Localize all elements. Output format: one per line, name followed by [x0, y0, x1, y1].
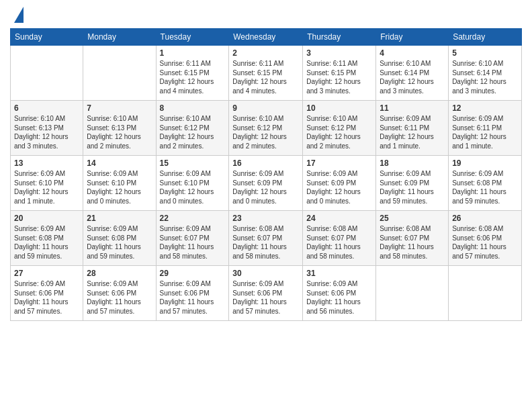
day-info: Sunrise: 6:09 AM Sunset: 6:10 PM Dayligh… [160, 169, 226, 205]
calendar-cell: 31Sunrise: 6:09 AM Sunset: 6:06 PM Dayli… [303, 266, 376, 321]
day-number: 11 [380, 103, 445, 113]
calendar-cell: 22Sunrise: 6:09 AM Sunset: 6:07 PM Dayli… [156, 211, 229, 266]
calendar-cell: 1Sunrise: 6:11 AM Sunset: 6:15 PM Daylig… [156, 46, 229, 101]
weekday-header-saturday: Saturday [449, 29, 522, 46]
day-info: Sunrise: 6:10 AM Sunset: 6:12 PM Dayligh… [306, 114, 372, 150]
calendar-cell: 16Sunrise: 6:09 AM Sunset: 6:09 PM Dayli… [229, 156, 303, 211]
day-info: Sunrise: 6:09 AM Sunset: 6:08 PM Dayligh… [87, 224, 152, 261]
day-number: 12 [452, 103, 518, 113]
calendar-cell: 30Sunrise: 6:09 AM Sunset: 6:06 PM Dayli… [229, 266, 303, 321]
day-info: Sunrise: 6:10 AM Sunset: 6:12 PM Dayligh… [160, 114, 226, 150]
day-info: Sunrise: 6:10 AM Sunset: 6:13 PM Dayligh… [87, 114, 152, 150]
calendar-cell: 7Sunrise: 6:10 AM Sunset: 6:13 PM Daylig… [83, 101, 156, 156]
day-number: 6 [14, 103, 79, 113]
day-info: Sunrise: 6:10 AM Sunset: 6:12 PM Dayligh… [232, 114, 299, 150]
weekday-header-thursday: Thursday [303, 29, 376, 46]
week-row-1: 1Sunrise: 6:11 AM Sunset: 6:15 PM Daylig… [11, 46, 522, 101]
day-info: Sunrise: 6:10 AM Sunset: 6:13 PM Dayligh… [14, 114, 79, 150]
day-number: 30 [232, 269, 299, 278]
day-info: Sunrise: 6:09 AM Sunset: 6:09 PM Dayligh… [232, 169, 299, 205]
calendar-cell: 28Sunrise: 6:09 AM Sunset: 6:06 PM Dayli… [83, 266, 156, 321]
weekday-header-monday: Monday [83, 29, 156, 46]
weekday-header-wednesday: Wednesday [229, 29, 303, 46]
day-info: Sunrise: 6:09 AM Sunset: 6:09 PM Dayligh… [380, 169, 445, 205]
page: SundayMondayTuesdayWednesdayThursdayFrid… [0, 0, 532, 411]
day-number: 1 [160, 48, 226, 58]
day-number: 8 [160, 103, 226, 113]
calendar-cell [449, 266, 522, 321]
calendar-cell: 11Sunrise: 6:09 AM Sunset: 6:11 PM Dayli… [376, 101, 449, 156]
calendar-cell: 29Sunrise: 6:09 AM Sunset: 6:06 PM Dayli… [156, 266, 229, 321]
week-row-3: 13Sunrise: 6:09 AM Sunset: 6:10 PM Dayli… [11, 156, 522, 211]
day-number: 5 [452, 48, 518, 58]
weekday-header-tuesday: Tuesday [156, 29, 229, 46]
day-number: 22 [160, 214, 226, 223]
day-number: 16 [232, 158, 299, 168]
weekday-header-friday: Friday [376, 29, 449, 46]
weekday-header-sunday: Sunday [11, 29, 83, 46]
calendar-cell: 18Sunrise: 6:09 AM Sunset: 6:09 PM Dayli… [376, 156, 449, 211]
calendar-table: SundayMondayTuesdayWednesdayThursdayFrid… [10, 28, 522, 321]
day-number: 7 [87, 103, 152, 113]
day-info: Sunrise: 6:11 AM Sunset: 6:15 PM Dayligh… [232, 59, 299, 95]
calendar-cell: 3Sunrise: 6:11 AM Sunset: 6:15 PM Daylig… [303, 46, 376, 101]
day-number: 9 [232, 103, 299, 113]
calendar-cell: 27Sunrise: 6:09 AM Sunset: 6:06 PM Dayli… [11, 266, 83, 321]
day-info: Sunrise: 6:09 AM Sunset: 6:08 PM Dayligh… [452, 169, 518, 205]
logo [10, 7, 24, 23]
day-info: Sunrise: 6:11 AM Sunset: 6:15 PM Dayligh… [306, 59, 372, 95]
day-info: Sunrise: 6:08 AM Sunset: 6:07 PM Dayligh… [380, 224, 445, 261]
calendar-cell: 9Sunrise: 6:10 AM Sunset: 6:12 PM Daylig… [229, 101, 303, 156]
day-info: Sunrise: 6:09 AM Sunset: 6:07 PM Dayligh… [160, 224, 226, 261]
calendar-cell: 12Sunrise: 6:09 AM Sunset: 6:11 PM Dayli… [449, 101, 522, 156]
header [10, 7, 522, 23]
day-info: Sunrise: 6:09 AM Sunset: 6:06 PM Dayligh… [306, 279, 372, 316]
calendar-cell: 14Sunrise: 6:09 AM Sunset: 6:10 PM Dayli… [83, 156, 156, 211]
calendar-cell: 26Sunrise: 6:08 AM Sunset: 6:06 PM Dayli… [449, 211, 522, 266]
day-number: 4 [380, 48, 445, 58]
calendar-cell: 20Sunrise: 6:09 AM Sunset: 6:08 PM Dayli… [11, 211, 83, 266]
logo-triangle-icon [14, 7, 24, 23]
calendar-cell: 23Sunrise: 6:08 AM Sunset: 6:07 PM Dayli… [229, 211, 303, 266]
day-number: 31 [306, 269, 372, 278]
calendar-cell [83, 46, 156, 101]
day-number: 2 [232, 48, 299, 58]
day-number: 15 [160, 158, 226, 168]
week-row-5: 27Sunrise: 6:09 AM Sunset: 6:06 PM Dayli… [11, 266, 522, 321]
calendar-cell: 13Sunrise: 6:09 AM Sunset: 6:10 PM Dayli… [11, 156, 83, 211]
day-number: 18 [380, 158, 445, 168]
day-number: 27 [14, 269, 79, 278]
day-info: Sunrise: 6:11 AM Sunset: 6:15 PM Dayligh… [160, 59, 226, 95]
day-number: 14 [87, 158, 152, 168]
week-row-2: 6Sunrise: 6:10 AM Sunset: 6:13 PM Daylig… [11, 101, 522, 156]
day-info: Sunrise: 6:09 AM Sunset: 6:06 PM Dayligh… [87, 279, 152, 316]
calendar-cell: 24Sunrise: 6:08 AM Sunset: 6:07 PM Dayli… [303, 211, 376, 266]
day-info: Sunrise: 6:09 AM Sunset: 6:11 PM Dayligh… [452, 114, 518, 150]
calendar-cell [376, 266, 449, 321]
day-info: Sunrise: 6:09 AM Sunset: 6:08 PM Dayligh… [14, 224, 79, 261]
calendar-cell: 25Sunrise: 6:08 AM Sunset: 6:07 PM Dayli… [376, 211, 449, 266]
calendar-cell: 17Sunrise: 6:09 AM Sunset: 6:09 PM Dayli… [303, 156, 376, 211]
day-info: Sunrise: 6:10 AM Sunset: 6:14 PM Dayligh… [380, 59, 445, 95]
weekday-header-row: SundayMondayTuesdayWednesdayThursdayFrid… [11, 29, 522, 46]
day-number: 26 [452, 214, 518, 223]
calendar-cell: 15Sunrise: 6:09 AM Sunset: 6:10 PM Dayli… [156, 156, 229, 211]
day-number: 23 [232, 214, 299, 223]
calendar-cell: 5Sunrise: 6:10 AM Sunset: 6:14 PM Daylig… [449, 46, 522, 101]
day-number: 3 [306, 48, 372, 58]
day-info: Sunrise: 6:08 AM Sunset: 6:07 PM Dayligh… [306, 224, 372, 261]
day-number: 10 [306, 103, 372, 113]
day-number: 21 [87, 214, 152, 223]
calendar-cell: 10Sunrise: 6:10 AM Sunset: 6:12 PM Dayli… [303, 101, 376, 156]
day-number: 17 [306, 158, 372, 168]
calendar-cell: 8Sunrise: 6:10 AM Sunset: 6:12 PM Daylig… [156, 101, 229, 156]
calendar-cell: 4Sunrise: 6:10 AM Sunset: 6:14 PM Daylig… [376, 46, 449, 101]
day-number: 29 [160, 269, 226, 278]
calendar-cell: 21Sunrise: 6:09 AM Sunset: 6:08 PM Dayli… [83, 211, 156, 266]
day-info: Sunrise: 6:09 AM Sunset: 6:09 PM Dayligh… [306, 169, 372, 205]
calendar-cell: 6Sunrise: 6:10 AM Sunset: 6:13 PM Daylig… [11, 101, 83, 156]
day-info: Sunrise: 6:09 AM Sunset: 6:11 PM Dayligh… [380, 114, 445, 150]
day-number: 25 [380, 214, 445, 223]
day-info: Sunrise: 6:09 AM Sunset: 6:06 PM Dayligh… [160, 279, 226, 316]
day-info: Sunrise: 6:09 AM Sunset: 6:06 PM Dayligh… [14, 279, 79, 316]
